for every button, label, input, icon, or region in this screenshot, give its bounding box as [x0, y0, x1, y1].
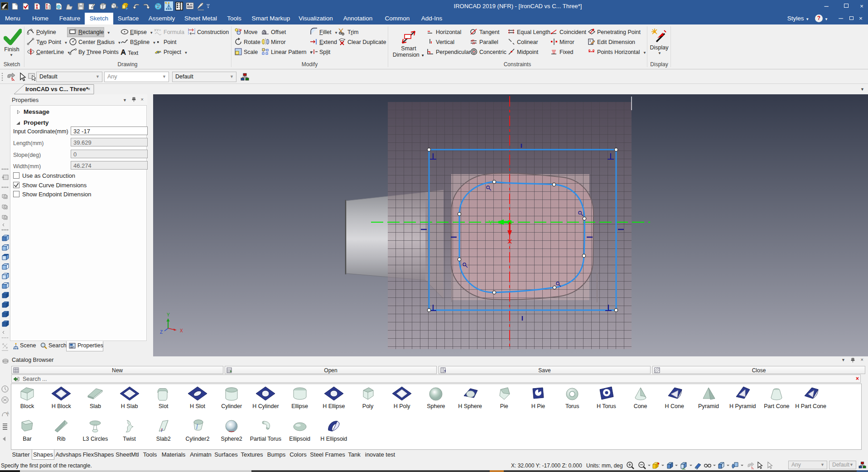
svg-text:A: A — [6, 411, 9, 415]
svg-text:Y: Y — [167, 312, 170, 317]
svg-text:Y: Y — [488, 219, 493, 226]
svg-text:X: X — [180, 328, 183, 333]
svg-text:Z: Z — [160, 330, 163, 335]
svg-text:XY=: XY= — [154, 28, 161, 32]
